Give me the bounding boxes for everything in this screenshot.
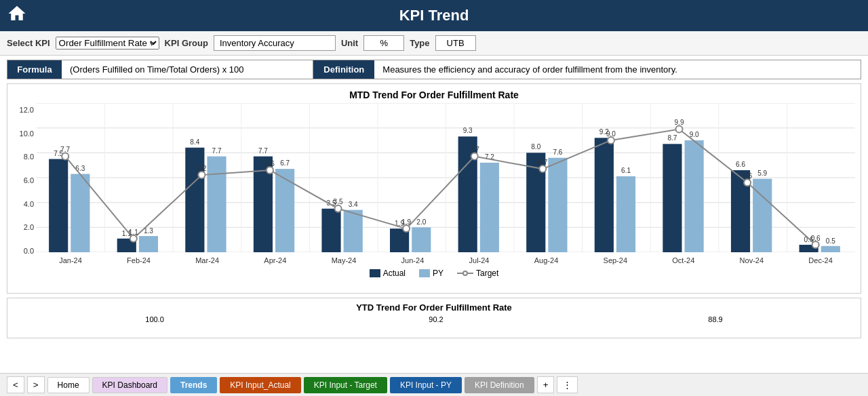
bar-py-mar [207,157,226,252]
bar-py-jan [71,174,90,253]
ytd-y-start: 100.0 [145,315,164,323]
svg-text:9.0: 9.0 [690,131,699,138]
svg-text:7.7: 7.7 [470,146,479,153]
target-dot-jan [62,153,68,160]
svg-text:5.6: 5.6 [743,172,752,180]
target-dot-sep [608,137,614,144]
kpi-select-wrapper[interactable]: Order Fulfillment Rate [56,37,159,50]
svg-text:8.4: 8.4 [190,138,199,146]
svg-text:6.7: 6.7 [280,159,290,167]
chart-legend: Actual PY Target [13,269,855,278]
ytd-values: 100.0 90.2 88.9 [13,315,855,323]
svg-text:1.9: 1.9 [401,218,411,226]
page-title: KPI Trend [399,7,469,24]
svg-text:0.6: 0.6 [811,235,821,242]
svg-text:7.6: 7.6 [553,148,562,156]
svg-text:3.4: 3.4 [349,201,358,208]
bar-actual-mar [185,148,204,252]
svg-text:8.7: 8.7 [667,134,677,142]
bar-py-sep [616,176,635,252]
tab-add-button[interactable]: + [537,376,555,393]
bar-py-may [344,210,363,252]
svg-text:6.7: 6.7 [538,159,547,166]
svg-text:7.7: 7.7 [258,147,268,155]
type-value: UTB [435,35,476,51]
legend-actual-box [370,269,380,277]
page-header: KPI Trend [0,0,868,31]
legend-py: PY [419,269,443,278]
mtd-chart-section: MTD Trend For Order Fulfillment Rate 12.… [7,83,861,294]
ytd-val2: 88.9 [708,315,722,323]
home-icon[interactable] [7,3,27,28]
target-dot-feb [130,235,137,242]
tab-home-button[interactable]: Home [47,377,90,393]
tab-actual-button[interactable]: KPI Input_Actual [220,377,300,393]
legend-target-label: Target [476,269,498,278]
svg-text:2.0: 2.0 [416,218,426,226]
tab-target-button[interactable]: KPI Input - Target [304,377,387,393]
target-dot-aug [539,165,546,172]
y-axis: 12.0 10.0 8.0 6.0 4.0 2.0 0.0 [13,106,37,255]
bar-py-aug [548,158,567,252]
bar-py-oct [685,140,704,252]
legend-target: Target [457,269,498,278]
nav-next-button[interactable]: > [27,376,45,393]
target-dot-mar [198,172,205,178]
bar-py-jun [412,227,431,252]
target-dot-dec [812,241,819,248]
svg-text:7.7: 7.7 [212,147,222,155]
kpi-select[interactable]: Order Fulfillment Rate [56,37,159,50]
tab-more-button[interactable]: ⋮ [557,376,578,393]
bar-py-dec [821,246,840,252]
mtd-chart-title: MTD Trend For Order Fulfillment Rate [13,90,855,100]
controls-row: Select KPI Order Fulfillment Rate KPI Gr… [0,31,868,56]
legend-py-box [419,269,430,277]
formula-content: (Orders Fulfilled on Time/Total Orders) … [62,60,313,79]
nav-prev-button[interactable]: < [7,376,24,393]
legend-actual-label: Actual [383,269,406,278]
legend-actual: Actual [370,269,406,278]
tab-trends-button[interactable]: Trends [170,377,217,393]
svg-text:6.6: 6.6 [265,160,275,167]
tab-definition-button[interactable]: KPI Definition [465,377,534,393]
svg-text:9.3: 9.3 [463,127,473,134]
kpi-group-label: KPI Group [165,38,208,48]
svg-text:5.9: 5.9 [757,170,767,177]
bar-actual-may [321,209,340,252]
svg-text:1.1: 1.1 [129,229,138,236]
ytd-val1: 90.2 [429,315,443,323]
bar-py-jul [480,163,499,252]
bottom-tabs: < > Home KPI Dashboard Trends KPI Input_… [0,373,868,396]
svg-text:9.9: 9.9 [675,119,684,126]
svg-text:3.5: 3.5 [334,198,343,205]
formula-tab: Formula [7,60,62,79]
target-dot-jul [471,153,478,160]
ytd-chart-section: YTD Trend For Order Fulfillment Rate 100… [7,298,861,338]
bar-actual-sep [595,138,614,252]
x-axis-labels: Jan-24 Feb-24 Mar-24 Apr-24 May-24 Jun-2… [37,256,855,264]
kpi-group-value: Inventory Accuracy [214,35,336,51]
definition-tab: Definition [313,60,374,79]
target-dot-may [335,205,342,212]
svg-text:7.7: 7.7 [60,146,70,153]
chart-canvas: 7.5 6.3 1.1 1.3 8.4 7.7 7.7 6.7 [37,103,855,266]
svg-text:0.5: 0.5 [826,237,835,245]
tab-dashboard-button[interactable]: KPI Dashboard [92,377,167,393]
select-kpi-label: Select KPI [7,38,50,48]
unit-value: % [363,35,404,51]
legend-target-line-icon [457,269,473,277]
svg-text:6.6: 6.6 [736,161,745,168]
ytd-chart-title: YTD Trend For Order Fulfillment Rate [13,302,855,313]
legend-py-label: PY [433,269,443,278]
type-label: Type [410,38,429,48]
svg-text:9.0: 9.0 [606,130,616,138]
unit-label: Unit [341,38,358,48]
tab-py-button[interactable]: KPI Input - PY [390,377,462,393]
svg-text:8.0: 8.0 [531,143,540,151]
mtd-svg: 7.5 6.3 1.1 1.3 8.4 7.7 7.7 6.7 [37,103,855,252]
definition-content: Measures the efficiency and accuracy of … [374,60,861,79]
bar-actual-jan [49,159,68,253]
target-dot-nov [744,179,751,186]
formula-definition-row: Formula (Orders Fulfilled on Time/Total … [7,60,861,79]
target-dot-oct [675,126,682,133]
